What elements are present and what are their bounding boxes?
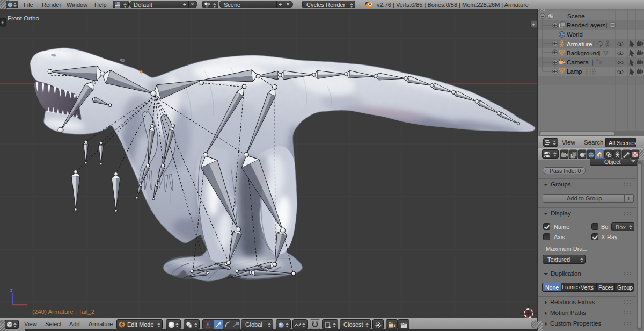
svg-text:Background: Background [567,50,599,56]
svg-text:+: + [532,22,535,27]
svg-text:z: z [10,287,13,293]
svg-text:Lamp: Lamp [567,68,582,75]
svg-text:|: | [599,51,601,56]
svg-text:+: + [1,20,4,25]
svg-text:World: World [567,31,583,38]
svg-text:(240) Armature : Tail_2: (240) Armature : Tail_2 [32,308,94,315]
svg-text:Scene: Scene [567,13,585,19]
svg-text:Front Ortho: Front Ortho [8,15,39,21]
svg-text:|: | [593,41,595,47]
svg-text:|: | [586,69,588,75]
svg-text:Camera: Camera [567,59,589,66]
svg-text:RenderLayers: RenderLayers [567,22,605,28]
svg-text:Armature: Armature [567,41,592,47]
svg-text:|: | [606,22,608,28]
svg-text:|: | [592,60,594,66]
